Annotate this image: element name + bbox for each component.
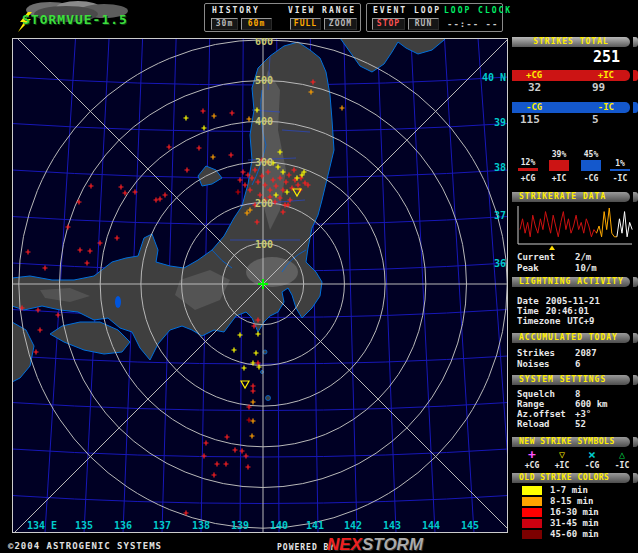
old-color-label: 45-60 min xyxy=(550,530,599,539)
nexstorm-logo-storm: STORM xyxy=(362,535,423,553)
setting-squelch-row: Squelch 8 xyxy=(517,389,638,399)
app-logo: STORMVUE-1.5 STORMVUE-1.5 xyxy=(4,0,184,34)
system-settings-header-label: SYSTEM SETTINGS xyxy=(512,375,630,385)
strikerate-header: STRIKERATE DATA xyxy=(512,192,638,202)
strikerate-current-row: Current 2/m xyxy=(517,252,638,262)
lon-label-143: 143 xyxy=(383,520,401,531)
percent-col-pcg: 12% xyxy=(514,145,542,171)
lon-label-135: 135 xyxy=(75,520,93,531)
color-swatch xyxy=(522,486,542,495)
event-loop-label: EVENT LOOP xyxy=(373,6,441,15)
old-color-label: 1-7 min xyxy=(550,486,588,495)
date-value: 2005-11-21 xyxy=(546,296,600,306)
pct-value: 12% xyxy=(521,158,535,167)
minus-ic-symbol-icon: △ xyxy=(608,449,636,460)
lat-label-39: 39 xyxy=(494,117,506,128)
loop-clock-value: --:-- -- xyxy=(447,19,498,29)
symbol-label-nic: -IC xyxy=(608,461,636,470)
lon-label-142: 142 xyxy=(344,520,362,531)
old-color-row-2: 8-15 min xyxy=(512,497,638,507)
setting-range-row: Range 600 km xyxy=(517,399,638,409)
minus-cg-symbol-icon: × xyxy=(578,447,606,462)
rate-position-arrow-icon xyxy=(549,246,555,251)
lon-label-134e: 134 E xyxy=(27,520,57,531)
symbol-label-pcg: +CG xyxy=(518,461,546,470)
view-range-full-button[interactable]: FULL xyxy=(290,18,321,30)
sidebar: STRIKES TOTAL 251 +CG +IC 32 99 -CG -IC … xyxy=(512,0,638,553)
lightning-activity-header-label: LIGHTNING ACTIVITY xyxy=(512,277,630,287)
pct-value: 45% xyxy=(584,150,598,159)
strikes-total-header-label: STRIKES TOTAL xyxy=(512,37,630,47)
color-swatch xyxy=(522,530,542,539)
pct-label-pic: +IC xyxy=(545,174,573,183)
pos-ic-value: 99 xyxy=(592,82,605,94)
ring-label-100: 100 xyxy=(255,239,273,250)
time-value: 20:46:01 xyxy=(546,306,589,316)
percent-col-ncg: 45% xyxy=(577,145,605,171)
positive-strikes-bar: +CG +IC xyxy=(512,70,638,81)
activity-timezone-row: Timezone UTC+9 xyxy=(517,316,638,326)
strikes-label: Strikes xyxy=(517,348,575,358)
map-canvas[interactable]: 600 500 400 300 200 100 40 N 39 38 37 36… xyxy=(12,38,508,533)
accumulated-strikes-row: Strikes 2087 xyxy=(517,348,638,358)
history-60m-button[interactable]: 60m xyxy=(241,18,272,30)
lightning-activity-header: LIGHTNING ACTIVITY xyxy=(512,277,638,287)
ring-label-600: 600 xyxy=(255,38,273,47)
setting-azoffset-row: Az.offset +3° xyxy=(517,409,638,419)
activity-time-row: Time 20:46:01 xyxy=(517,306,638,316)
strikerate-header-label: STRIKERATE DATA xyxy=(512,192,630,202)
negative-strikes-values: 115 5 xyxy=(512,114,638,126)
color-swatch xyxy=(522,497,542,506)
old-strike-colors-header-label: OLD STRIKE COLORS xyxy=(512,473,630,483)
ring-label-200: 200 xyxy=(255,198,273,209)
lon-label-139: 139 xyxy=(231,520,249,531)
accumulated-noises-row: Noises 6 xyxy=(517,359,638,369)
accumulated-today-header-label: ACCUMULATED TODAY xyxy=(512,333,630,343)
strikerate-chart xyxy=(512,203,638,251)
new-strike-symbols-header-label: NEW STRIKE SYMBOLS xyxy=(512,437,630,447)
old-color-row-3: 16-30 min xyxy=(512,508,638,518)
old-color-label: 16-30 min xyxy=(550,508,599,517)
history-30m-button[interactable]: 30m xyxy=(211,18,238,30)
noises-value: 6 xyxy=(575,359,580,369)
logo-text: STORMVUE-1.5 xyxy=(22,12,128,27)
percent-col-nic: 1% xyxy=(606,145,634,171)
system-settings-header: SYSTEM SETTINGS xyxy=(512,375,638,385)
old-color-label: 31-45 min xyxy=(550,519,599,528)
range-value: 600 km xyxy=(575,399,608,409)
date-label: Date xyxy=(517,296,539,306)
lat-label-37: 37 xyxy=(494,210,506,221)
view-range-zoom-button[interactable]: ZOOM xyxy=(324,18,357,30)
pos-cg-label: +CG xyxy=(526,70,542,81)
neg-ic-label: -IC xyxy=(598,102,614,113)
strikes-value: 2087 xyxy=(575,348,597,358)
negative-strikes-bar: -CG -IC xyxy=(512,102,638,113)
peak-value: 10/m xyxy=(575,263,597,273)
time-label: Time xyxy=(517,306,539,316)
lon-label-138: 138 xyxy=(192,520,210,531)
pct-label-nic: -IC xyxy=(606,174,634,183)
nexstorm-logo-nex: NEX xyxy=(327,535,362,553)
lon-label-145: 145 xyxy=(461,520,479,531)
lat-label-40n: 40 N xyxy=(482,72,506,83)
old-color-label: 8-15 min xyxy=(550,497,593,506)
azoffset-value: +3° xyxy=(575,409,591,419)
old-color-row-1: 1-7 min xyxy=(512,486,638,496)
reload-label: Reload xyxy=(517,419,575,429)
azoffset-label: Az.offset xyxy=(517,409,575,419)
noises-label: Noises xyxy=(517,359,575,369)
event-loop-run-button[interactable]: RUN xyxy=(408,18,439,30)
color-swatch xyxy=(522,508,542,517)
old-color-row-4: 31-45 min xyxy=(512,519,638,529)
copyright-text: ©2004 ASTROGENIC SYSTEMS xyxy=(8,541,162,551)
ring-label-500: 500 xyxy=(255,75,273,86)
pct-label-ncg: -CG xyxy=(577,174,605,183)
plus-ic-symbol-icon: ▽ xyxy=(548,449,576,460)
history-label: HISTORY xyxy=(212,6,260,15)
squelch-value: 8 xyxy=(575,389,580,399)
pct-label-pcg: +CG xyxy=(514,174,542,183)
plus-cg-symbol-icon: + xyxy=(518,447,546,462)
pos-cg-value: 32 xyxy=(528,82,541,94)
event-loop-stop-button[interactable]: STOP xyxy=(372,18,405,30)
new-strike-symbols-header: NEW STRIKE SYMBOLS xyxy=(512,437,638,447)
